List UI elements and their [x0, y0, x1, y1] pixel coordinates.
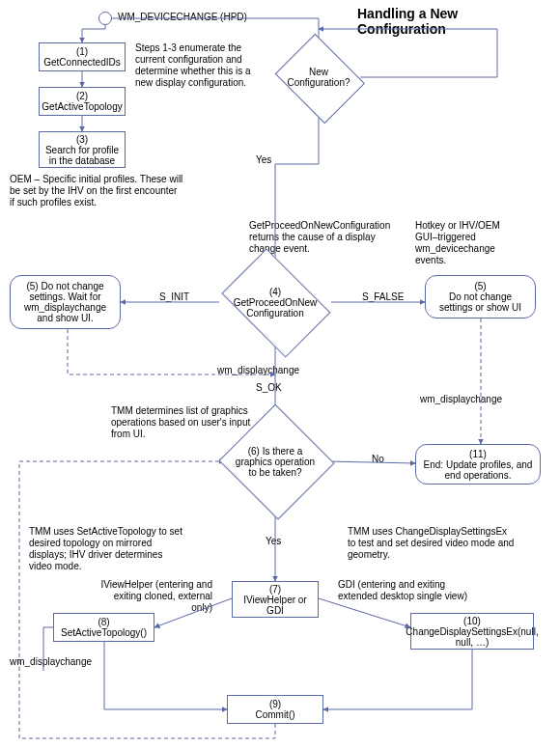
label-wm-displaychange-left: wm_displaychange [10, 656, 92, 668]
label-wm-displaychange-center: wm_displaychange [217, 365, 299, 375]
annot-cause: GetProceedOnNewConfiguration returns the… [249, 220, 408, 255]
node-set-active-topology: (8) SetActiveTopology() [53, 613, 154, 642]
start-event [98, 12, 112, 25]
annot-tmm10: TMM uses ChangeDisplaySettingsEx to test… [348, 526, 517, 561]
node-commit: (9) Commit() [227, 695, 323, 724]
decision-get-proceed: (4) GetProceedOnNew Configuration [212, 259, 338, 346]
decision-new-configuration-label: New Configuration? [285, 67, 352, 88]
label-s-ok: S_OK [256, 382, 282, 393]
start-label: WM_DEVICECHANGE (HPD) [118, 12, 247, 23]
annot-iview: IViewHelper (entering and exiting cloned… [92, 579, 212, 614]
label-yes-2: Yes [266, 536, 281, 546]
node-get-connected-ids: (1) GetConnectedIDs [39, 42, 126, 71]
annot-gdi: GDI (entering and exiting extended deskt… [338, 579, 483, 602]
label-s-init: S_INIT [159, 291, 189, 302]
decision-graphics-op-label: (6) Is there a graphics operation to be … [235, 445, 316, 477]
node-get-active-topology: (2) GetActiveTopology [39, 87, 126, 116]
annot-steps: Steps 1-3 enumerate the current configur… [135, 42, 261, 89]
label-no: No [372, 454, 384, 464]
node-search-profile: (3) Search for profile in the database [39, 131, 126, 168]
decision-new-configuration: New Configuration? [270, 39, 367, 116]
label-wm-displaychange-right: wm_displaychange [420, 394, 502, 404]
node-no-change-left: (5) Do not change settings. Wait for wm_… [10, 275, 121, 329]
page-title: Handling a New Configuration [357, 6, 531, 37]
node-end: (11) End: Update profiles, and end opera… [415, 444, 541, 485]
node-change-display-settings: (10) ChangeDisplaySettingsEx(null, null,… [410, 613, 534, 650]
decision-get-proceed-label: (4) GetProceedOnNew Configuration [226, 287, 323, 319]
node-no-change-right: (5) Do not change settings or show UI [425, 275, 536, 319]
label-s-false: S_FALSE [362, 291, 404, 302]
decision-graphics-op: (6) Is there a graphics operation to be … [217, 405, 333, 516]
annot-oem: OEM – Specific initial profiles. These w… [10, 174, 183, 208]
annot-hotkey: Hotkey or IHV/OEM GUI–triggered wm_devic… [415, 220, 521, 266]
node-iviewhelper-gdi: (7) IViewHelper or GDI [232, 581, 319, 618]
label-yes-1: Yes [256, 154, 271, 165]
annot-tmm8: TMM uses SetActiveTopology to set desire… [29, 526, 183, 572]
